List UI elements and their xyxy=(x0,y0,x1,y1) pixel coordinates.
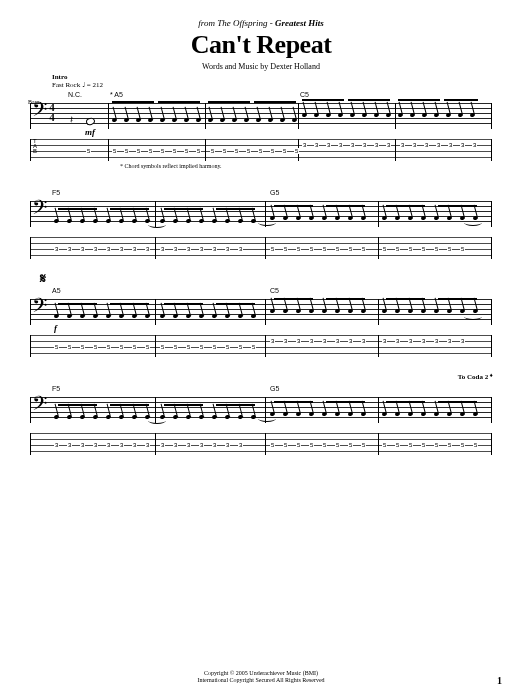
tab-fret: 3 xyxy=(348,338,353,344)
tab-fret: 5 xyxy=(173,344,178,350)
tab-fret: 5 xyxy=(199,344,204,350)
tab-fret: 3 xyxy=(270,338,275,344)
tab-fret: 3 xyxy=(186,246,191,252)
tab-fret: 3 xyxy=(395,338,400,344)
copyright: Copyright © 2005 Underachiever Music (BM… xyxy=(0,670,522,684)
tab-fret: 3 xyxy=(199,246,204,252)
tab-fret: 5 xyxy=(348,442,353,448)
tab-fret: 5 xyxy=(251,344,256,350)
tab-fret: 5 xyxy=(296,246,301,252)
tab-fret: 5 xyxy=(80,344,85,350)
song-title: Can't Repeat xyxy=(30,30,492,60)
page-number: 1 xyxy=(497,675,502,686)
tab-fret: 5 xyxy=(361,442,366,448)
tab-fret: 5 xyxy=(309,442,314,448)
tab-fret: 5 xyxy=(67,344,72,350)
tab-fret: 3 xyxy=(335,338,340,344)
tab-fret: 5 xyxy=(270,246,275,252)
tab-fret: 3 xyxy=(199,442,204,448)
chord-row: F5 G5 xyxy=(30,385,492,395)
tab-staff: TAB 5 5 5 5 5 5 5 5 5 5 5 5 5 xyxy=(30,139,492,161)
tab-fret: 5 xyxy=(408,246,413,252)
bass-clef-icon: 𝄢 xyxy=(32,198,47,222)
tab-staff: 3333333333333335555555555555555 xyxy=(30,433,492,455)
tab-numbers: 5555555555555555333333333333333 xyxy=(68,335,492,357)
chord-a5: A5 xyxy=(52,287,61,294)
tab-fret: 3 xyxy=(212,246,217,252)
tab-fret: 5 xyxy=(160,344,165,350)
chord-nc: N.C. xyxy=(68,91,82,98)
tab-fret: 3 xyxy=(296,338,301,344)
bass-staff: 𝄢 xyxy=(30,397,492,423)
tab-fret: 3 xyxy=(186,442,191,448)
tab-fret: 3 xyxy=(434,338,439,344)
tab-fret: 3 xyxy=(93,246,98,252)
tab-fret: 3 xyxy=(408,338,413,344)
tab-fret: 5 xyxy=(382,442,387,448)
tab-fret: 5 xyxy=(447,246,452,252)
tab-fret: 3 xyxy=(106,442,111,448)
tab-fret: 5 xyxy=(322,246,327,252)
tab-fret: 5 xyxy=(361,246,366,252)
system-3: 𝄋 A5 C5 𝄢 f 5555555555555555333333333333… xyxy=(30,287,492,357)
tab-numbers: 333333333333333555555555555555 xyxy=(68,237,492,259)
copyright-line-2: International Copyright Secured All Righ… xyxy=(197,677,324,683)
tab-fret: 5 xyxy=(283,246,288,252)
tab-fret: 3 xyxy=(132,246,137,252)
tab-fret: 3 xyxy=(309,338,314,344)
source-line: from The Offspring - Greatest Hits xyxy=(30,18,492,28)
tab-fret: 3 xyxy=(67,442,72,448)
tab-fret: 5 xyxy=(434,442,439,448)
album-name: Greatest Hits xyxy=(275,18,324,28)
bass-clef-icon: 𝄢 xyxy=(32,394,47,418)
tab-fret: 5 xyxy=(309,246,314,252)
to-coda: To Coda 2 𝄌 xyxy=(458,373,492,381)
tab-fret: 5 xyxy=(186,344,191,350)
tab-fret: 5 xyxy=(460,442,465,448)
bass-clef-icon: 𝄢 xyxy=(32,100,47,124)
tab-fret: 5 xyxy=(473,442,478,448)
tab-numbers: 3333333333333335555555555555555 xyxy=(68,433,492,455)
chord-footnote: * Chord symbols reflect implied harmony. xyxy=(120,163,222,169)
copyright-line-1: Copyright © 2005 Underachiever Music (BM… xyxy=(204,670,318,676)
tab-label: TAB xyxy=(33,139,41,154)
tab-fret: 5 xyxy=(132,344,137,350)
chord-g5: G5 xyxy=(270,385,279,392)
tab-fret: 5 xyxy=(434,246,439,252)
tab-fret: 5 xyxy=(212,344,217,350)
tab-fret: 5 xyxy=(408,442,413,448)
tab-fret: 3 xyxy=(145,442,150,448)
tab-fret: 5 xyxy=(238,344,243,350)
tab-fret: 5 xyxy=(447,442,452,448)
system-4: To Coda 2 𝄌 F5 G5 𝄢 33333333333333355555… xyxy=(30,385,492,455)
source-prefix: from The Offspring - xyxy=(198,18,275,28)
system-2: F5 G5 𝄢 333333333333333555555555555555 xyxy=(30,189,492,259)
system-1: Intro Fast Rock ♩ = 212 Bass N.C. * A5 C… xyxy=(30,91,492,161)
tab-fret: 3 xyxy=(225,246,230,252)
sheet-music-page: from The Offspring - Greatest Hits Can't… xyxy=(0,0,522,696)
time-signature: 44 xyxy=(48,102,56,122)
credits: Words and Music by Dexter Holland xyxy=(30,62,492,71)
tab-fret: 5 xyxy=(54,344,59,350)
tab-fret: 3 xyxy=(145,246,150,252)
tab-fret: 3 xyxy=(80,246,85,252)
tab-fret: 3 xyxy=(460,338,465,344)
bass-staff: 𝄢 f xyxy=(30,299,492,325)
tab-fret: 5 xyxy=(322,442,327,448)
tab-fret: 3 xyxy=(106,246,111,252)
tab-fret: 5 xyxy=(106,344,111,350)
tab-fret: 3 xyxy=(447,338,452,344)
tab-fret: 5 xyxy=(335,442,340,448)
tab-fret: 3 xyxy=(283,338,288,344)
tab-fret: 5 xyxy=(296,442,301,448)
tab-fret: 3 xyxy=(54,442,59,448)
tab-fret: 5 xyxy=(86,148,91,154)
tab-fret: 3 xyxy=(54,246,59,252)
bass-staff: 𝄢 xyxy=(30,201,492,227)
tab-fret: 5 xyxy=(145,344,150,350)
tab-fret: 3 xyxy=(382,338,387,344)
bass-clef-icon: 𝄢 xyxy=(32,296,47,320)
tab-fret: 5 xyxy=(421,246,426,252)
tab-fret: 5 xyxy=(270,442,275,448)
tab-fret: 3 xyxy=(119,246,124,252)
